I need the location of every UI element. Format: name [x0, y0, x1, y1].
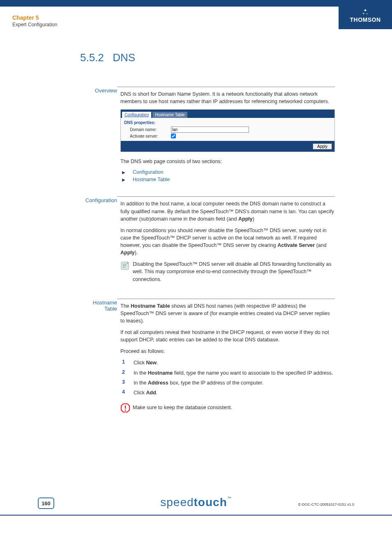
- text: .: [156, 390, 157, 396]
- two-sections-text: The DNS web page consists of two section…: [120, 158, 335, 165]
- tab-configuration[interactable]: Configuration: [122, 111, 152, 118]
- config-p2: In normal conditions you should never di…: [120, 227, 335, 257]
- step-number: 3: [122, 379, 134, 387]
- text: Click: [134, 390, 146, 396]
- warning-text: Make sure to keep the database consisten…: [133, 402, 335, 414]
- step-number: 4: [122, 389, 134, 396]
- note-text: Disabling the SpeedTouch™ DNS server wil…: [133, 260, 335, 283]
- section-heading: 5.5.2 DNS: [80, 51, 335, 64]
- text: box, type the IP address of the computer…: [168, 380, 263, 386]
- dns-config-screenshot: Configuration Hostname Table DNS propert…: [120, 109, 335, 152]
- section-number: 5.5.2: [80, 51, 104, 64]
- text: Click: [134, 360, 146, 366]
- hostname-label: Hostname Table: [80, 299, 117, 417]
- config-p1: In addition to the host name, a local co…: [120, 200, 335, 222]
- hostname-p1: The Hostname Table shows all DNS host na…: [120, 302, 335, 325]
- chapter-subtitle: Expert Configuration: [12, 22, 57, 28]
- step-2: 2In the Hostname field, type the name yo…: [122, 369, 335, 377]
- section-title: DNS: [113, 51, 135, 64]
- dns-properties-heading: DNS properties:: [124, 120, 331, 125]
- footer-bar: [0, 515, 392, 516]
- bullet-configuration: ▶ Configuration: [122, 169, 335, 175]
- activate-server-label: Activate server:: [130, 134, 171, 138]
- arrow-icon: ▶: [122, 177, 125, 182]
- arrow-icon: ▶: [122, 170, 125, 175]
- logo-thin: speed: [160, 496, 194, 509]
- proceed-text: Proceed as follows:: [120, 348, 335, 355]
- bold-activate-server: Activate Server: [277, 242, 315, 248]
- overview-label: Overview: [80, 87, 117, 184]
- overview-intro: DNS is short for Domain Name System. It …: [120, 90, 335, 105]
- step-4: 4Click Add.: [122, 389, 335, 396]
- step-1: 1Click New.: [122, 359, 335, 366]
- bullet-text: Hostname Table: [133, 177, 170, 182]
- text: field, type the name you want to associa…: [173, 370, 333, 376]
- text: In addition to the host name, a local co…: [120, 201, 334, 221]
- brand-icon: [361, 8, 369, 16]
- text: (and: [315, 242, 327, 248]
- bold-hostname: Hostname: [148, 370, 173, 376]
- brand-text: THOMSON: [339, 16, 392, 23]
- bullet-text: Configuration: [133, 169, 163, 175]
- warning-icon: [120, 402, 133, 414]
- step-number: 1: [122, 359, 134, 366]
- activate-server-checkbox[interactable]: [171, 134, 176, 138]
- bold-new: New: [146, 360, 157, 366]
- chapter-title: Chapter 5: [12, 14, 57, 21]
- svg-point-3: [125, 410, 126, 411]
- header-bar: [0, 0, 392, 7]
- bold-address: Address: [148, 380, 168, 386]
- bullet-hostname-table: ▶ Hostname Table: [122, 177, 335, 182]
- bold-hostname-table: Hostname Table: [131, 303, 170, 309]
- warning-callout: Make sure to keep the database consisten…: [120, 402, 335, 414]
- bold-apply: Apply: [238, 216, 253, 222]
- step-number: 2: [122, 369, 134, 377]
- doc-id: E-DOC-CTC-20051017-0151 v1.0: [298, 502, 354, 507]
- text: The: [120, 303, 131, 309]
- step-3: 3In the Address box, type the IP address…: [122, 379, 335, 387]
- text: In the: [134, 380, 148, 386]
- hostname-p2: If not all computers reveal their hostna…: [120, 329, 335, 343]
- apply-button[interactable]: Apply: [313, 143, 332, 150]
- note-callout: Disabling the SpeedTouch™ DNS server wil…: [120, 260, 335, 283]
- configuration-label: Configuration: [80, 196, 117, 286]
- tab-hostname-table[interactable]: Hostname Table: [152, 112, 187, 118]
- logo-bold: touch: [194, 496, 227, 509]
- domain-name-label: Domain name:: [130, 127, 171, 132]
- domain-name-input[interactable]: [171, 127, 249, 133]
- text: In the: [134, 370, 148, 376]
- bold-apply: Apply: [120, 250, 135, 256]
- trademark-icon: ™: [227, 496, 232, 500]
- note-icon: [120, 260, 133, 283]
- chapter-block: Chapter 5 Expert Configuration: [12, 14, 57, 28]
- brand-logo-box: THOMSON: [339, 7, 392, 29]
- text: .: [157, 360, 158, 366]
- text: ).: [135, 250, 138, 256]
- text: ): [253, 216, 254, 222]
- bold-add: Add: [146, 390, 156, 396]
